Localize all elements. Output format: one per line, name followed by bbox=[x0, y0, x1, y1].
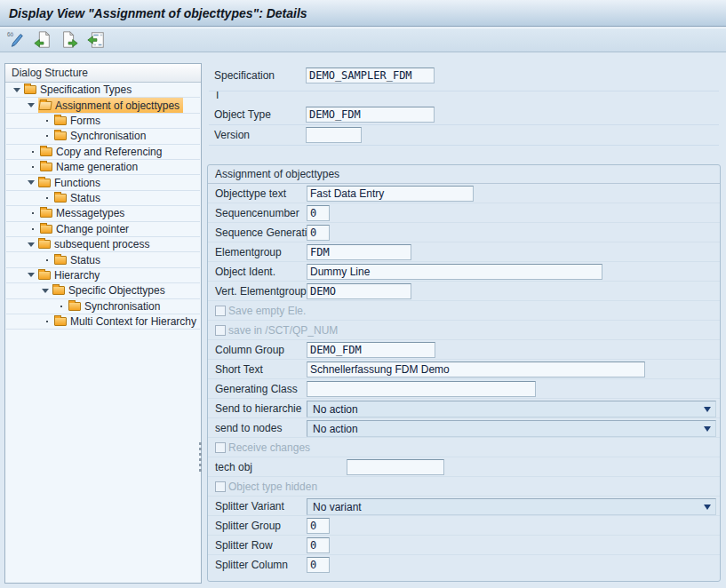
leaf-bullet-icon bbox=[32, 151, 34, 153]
tree-item-status-subsequent[interactable]: Status bbox=[6, 252, 200, 267]
dropdown-arrow-icon bbox=[704, 505, 711, 510]
field-row-send-to-nodes: send to nodes No action bbox=[208, 418, 720, 438]
object-type-input[interactable]: DEMO_FDM bbox=[306, 107, 435, 123]
leaf-bullet-icon bbox=[32, 212, 34, 214]
field-row-splitter-variant: Splitter Variant No variant bbox=[208, 497, 720, 516]
vert-elementgroup-input[interactable]: DEMO bbox=[307, 283, 411, 299]
field-row-sequence-generation: Sequence Generation 0 bbox=[208, 223, 720, 242]
field-row-object-type-hidden: Object type hidden bbox=[208, 477, 720, 497]
dialog-structure-header[interactable]: Dialog Structure bbox=[5, 64, 201, 83]
field-row-sequencenumber: Sequencenumber 0 bbox=[208, 203, 720, 223]
splitter-column-input[interactable]: 0 bbox=[307, 557, 330, 573]
object-type-label: Object Type bbox=[214, 105, 271, 124]
display-change-button[interactable]: 6ô bbox=[5, 29, 27, 51]
separator bbox=[209, 145, 719, 146]
folder-icon bbox=[54, 131, 67, 140]
expand-arrow-icon[interactable] bbox=[28, 273, 35, 277]
splitter-handle[interactable] bbox=[196, 442, 203, 476]
folder-icon bbox=[54, 194, 67, 203]
version-input[interactable] bbox=[306, 127, 362, 143]
object-type-hidden-checkbox bbox=[215, 481, 226, 492]
folder-icon bbox=[38, 271, 51, 280]
separator bbox=[209, 91, 719, 91]
short-text-input[interactable]: Schnellerfassung FDM Demo bbox=[307, 362, 645, 377]
next-entry-button[interactable] bbox=[59, 29, 80, 51]
field-row-send-to-hierarchie: Send to hierarchie No action bbox=[208, 399, 720, 418]
field-row-object-ident: Object Ident. Dummy Line bbox=[208, 262, 720, 282]
expand-arrow-icon[interactable] bbox=[28, 242, 35, 247]
tech-obj-input[interactable] bbox=[347, 459, 444, 475]
next-entry-icon bbox=[60, 30, 79, 50]
folder-icon bbox=[54, 317, 67, 326]
send-to-nodes-dropdown[interactable]: No action bbox=[307, 420, 716, 437]
splitter-group-input[interactable]: 0 bbox=[307, 518, 330, 534]
object-ident-input[interactable]: Dummy Line bbox=[307, 264, 602, 280]
expand-arrow-icon[interactable] bbox=[28, 103, 35, 107]
separator bbox=[209, 124, 719, 125]
other-entry-button[interactable] bbox=[85, 29, 107, 51]
send-to-hierarchie-dropdown[interactable]: No action bbox=[307, 401, 716, 417]
field-row-splitter-column: Splitter Column 0 bbox=[208, 555, 720, 575]
field-row-save-empty-ele: Save empty Ele. bbox=[208, 301, 720, 321]
specification-type-label: Specification T bbox=[214, 66, 275, 105]
svg-text:6ô: 6ô bbox=[7, 31, 14, 37]
field-row-tech-obj: tech obj bbox=[208, 457, 720, 477]
generating-class-input[interactable] bbox=[307, 381, 536, 397]
tree-item-messagetypes[interactable]: Messagetypes bbox=[6, 206, 200, 221]
tree-item-specific-objecttypes[interactable]: Specific Objecttypes bbox=[6, 283, 200, 298]
tree-item-name-generation[interactable]: Name generation bbox=[6, 160, 200, 175]
sequencenumber-input[interactable]: 0 bbox=[307, 205, 330, 221]
tree-item-forms[interactable]: Forms bbox=[6, 114, 200, 129]
splitter-row-input[interactable]: 0 bbox=[307, 537, 330, 553]
tree-item-multi-context[interactable]: Multi Context for Hierarchy bbox=[6, 314, 200, 330]
leaf-bullet-icon bbox=[46, 321, 48, 322]
window-title-bar: Display View "Assignment of objecttypes"… bbox=[0, 0, 726, 27]
tree-item-functions[interactable]: Functions bbox=[6, 175, 200, 190]
objecttype-text-input[interactable]: Fast Data Entry bbox=[307, 186, 474, 202]
leaf-bullet-icon bbox=[46, 259, 48, 261]
folder-icon bbox=[24, 85, 36, 94]
tree-item-synchronisation-1[interactable]: Synchronisation bbox=[6, 129, 200, 144]
previous-entry-icon bbox=[33, 30, 52, 50]
tree-item-copy-and-referencing[interactable]: Copy and Referencing bbox=[6, 145, 200, 160]
dropdown-arrow-icon bbox=[704, 426, 711, 432]
tree-item-status-functions[interactable]: Status bbox=[6, 191, 200, 206]
leaf-bullet-icon bbox=[32, 228, 34, 230]
folder-icon bbox=[52, 286, 65, 295]
tree-item-assignment-of-objecttypes[interactable]: Assignment of objecttypes bbox=[6, 98, 200, 113]
selected-item-highlight: Assignment of objecttypes bbox=[38, 98, 183, 112]
field-row-splitter-group: Splitter Group 0 bbox=[208, 516, 720, 536]
column-group-input[interactable]: DEMO_FDM bbox=[307, 342, 435, 358]
folder-icon bbox=[38, 240, 51, 249]
field-row-column-group: Column Group DEMO_FDM bbox=[208, 340, 720, 360]
save-in-sct-qp-num-checkbox bbox=[215, 325, 226, 336]
splitter-variant-dropdown[interactable]: No variant bbox=[307, 498, 716, 515]
elementgroup-input[interactable]: FDM bbox=[307, 244, 411, 260]
expand-arrow-icon[interactable] bbox=[28, 180, 35, 185]
field-row-objecttype-text: Objecttype text Fast Data Entry bbox=[208, 184, 720, 203]
detail-panel: Specification T DEMO_SAMPLER_FDM Object … bbox=[207, 53, 722, 588]
tree-item-specification-types[interactable]: Specification Types bbox=[6, 83, 200, 98]
previous-entry-button[interactable] bbox=[32, 29, 53, 51]
specification-type-input[interactable]: DEMO_SAMPLER_FDM bbox=[306, 68, 435, 83]
field-row-generating-class: Generating Class bbox=[208, 379, 720, 399]
version-label: Version bbox=[214, 125, 250, 145]
field-row-vert-elementgroup: Vert. Elementgroup DEMO bbox=[208, 282, 720, 301]
tree-item-hierarchy[interactable]: Hierarchy bbox=[6, 268, 200, 283]
expand-arrow-icon[interactable] bbox=[13, 88, 20, 92]
tree-item-synchronisation-2[interactable]: Synchronisation bbox=[6, 299, 200, 314]
tree-item-subsequent-process[interactable]: subsequent process bbox=[6, 237, 200, 252]
expand-arrow-icon[interactable] bbox=[42, 289, 49, 293]
field-row-elementgroup: Elementgroup FDM bbox=[208, 242, 720, 262]
tree-item-change-pointer[interactable]: Change pointer bbox=[6, 222, 200, 237]
field-row-save-in-sct-qp-num: save in /SCT/QP_NUM bbox=[208, 321, 720, 340]
folder-icon bbox=[40, 225, 52, 234]
folder-icon bbox=[54, 116, 67, 125]
sequence-generation-input[interactable]: 0 bbox=[307, 225, 330, 241]
display-change-icon: 6ô bbox=[6, 30, 26, 50]
field-row-short-text: Short Text Schnellerfassung FDM Demo bbox=[208, 360, 720, 379]
dialog-structure-panel: Dialog Structure Specification Types Ass… bbox=[4, 63, 202, 584]
groupbox-title: Assignment of objecttypes bbox=[208, 165, 720, 184]
receive-changes-checkbox bbox=[215, 442, 226, 453]
leaf-bullet-icon bbox=[46, 135, 48, 137]
